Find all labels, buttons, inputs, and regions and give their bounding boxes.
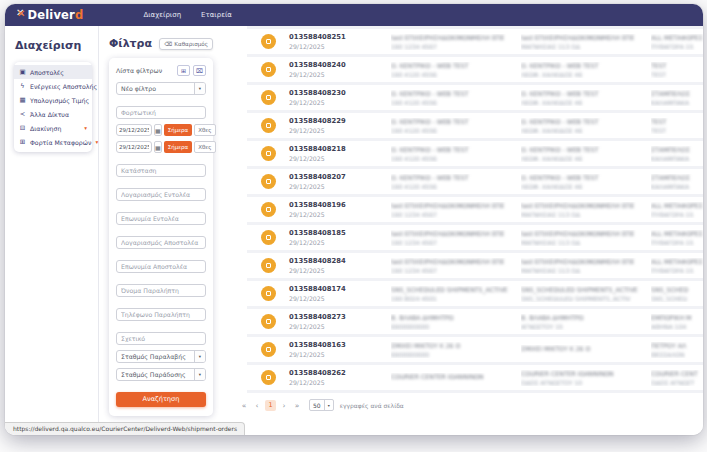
station-name-redacted: TEST	[651, 118, 703, 125]
shipment-row[interactable]: 013588408240 29/12/2025 Ο. ΚΕΝΤΡΙΚΟ - WE…	[247, 57, 703, 85]
sidebar-menu-item[interactable]: ▣ Αποστολές	[14, 65, 92, 79]
filter-text-input[interactable]	[116, 212, 206, 225]
package-icon	[266, 375, 271, 380]
shipment-row[interactable]: 013588408229 29/12/2025 Ο. ΚΕΝΤΡΙΚΟ - WE…	[247, 113, 703, 141]
recipient-cell: test ΕΠΙΧΕΙΡΗΣΗΔΟΚΙΜΩΝΜΕΛΗ ΕΠΕ ΜΑΓΝΗΣΙΑΣ…	[521, 202, 651, 218]
shipment-id-cell: 013588408196 29/12/2025	[289, 201, 391, 218]
date-input[interactable]	[116, 141, 152, 153]
navbar-menu-item[interactable]: Εταιρεία	[201, 11, 232, 19]
sidebar-menu-item[interactable]: ⊟ Διακίνηση ▾	[14, 121, 92, 135]
status-badge-cell	[247, 314, 289, 329]
filter-text-input[interactable]	[116, 308, 206, 321]
filter-text-input[interactable]	[116, 332, 206, 345]
status-badge	[261, 146, 276, 161]
status-badge	[261, 174, 276, 189]
eraser-icon: ⌫	[164, 41, 172, 47]
sender-name-redacted: Β. ΒΛΑΒΑ ΔΗΜΗΤΡΩ	[391, 314, 521, 321]
sidebar-item-label: Αποστολές	[30, 69, 64, 76]
page-size-select[interactable]: 50 ▾	[309, 399, 334, 411]
package-icon	[266, 263, 271, 268]
sender-name-redacted: Ο. ΚΕΝΤΡΙΚΟ - WEB TEST	[391, 90, 521, 97]
next-page-button[interactable]: ›	[279, 401, 289, 410]
station-name-redacted: SNS_SCHED	[651, 286, 703, 293]
status-badge-cell	[247, 146, 289, 161]
sidebar-menu-item[interactable]: ≺ Άλλα Δίκτυα	[14, 107, 92, 121]
waybill-input[interactable]	[116, 106, 206, 119]
shipment-id-cell: 013588408185 29/12/2025	[289, 229, 391, 246]
search-button[interactable]: Αναζήτηση	[116, 392, 206, 407]
sender-name-redacted: Ο. ΚΕΝΤΡΙΚΟ - WEB TEST	[391, 62, 521, 69]
sidebar-menu-item[interactable]: ϟ Ενέργειες Αποστολής	[14, 79, 92, 93]
shipment-date: 29/12/2025	[289, 239, 391, 246]
shipment-row[interactable]: 013588408218 29/12/2025 Ο. ΚΕΝΤΡΙΚΟ - WE…	[247, 141, 703, 169]
station-name-redacted: ALL ΜΕΤΑΦΟΡΕΣ	[651, 258, 703, 265]
calendar-button[interactable]: ▦	[154, 124, 162, 136]
navbar-menu-item[interactable]: Διαχείριση	[143, 11, 181, 19]
sender-phone-redacted: 190 4120 4556	[391, 127, 521, 134]
today-button[interactable]: Σήμερα	[164, 141, 193, 153]
today-button[interactable]: Σήμερα	[164, 124, 193, 136]
recipient-name-redacted: Ο. ΚΕΝΤΡΙΚΟ - WEB TEST	[521, 90, 651, 97]
shipment-row[interactable]: 013588408196 29/12/2025 test ΕΠΙΧΕΙΡΗΣΗΔ…	[247, 197, 703, 225]
sender-cell: Ο. ΚΕΝΤΡΙΚΟ - WEB TEST 190 4120 4556	[391, 118, 521, 134]
shipment-id-cell: 013588408230 29/12/2025	[289, 89, 391, 106]
status-badge	[261, 370, 276, 385]
current-page-button[interactable]: 1	[265, 400, 276, 411]
save-filter-button[interactable]: ⊞	[177, 65, 190, 76]
calendar-button[interactable]: ▦	[154, 141, 162, 153]
yesterday-button[interactable]: Χθες	[194, 124, 215, 136]
station-city-redacted: TEST	[651, 71, 703, 78]
shipment-row[interactable]: 013588408185 29/12/2025 test ΕΠΙΧΕΙΡΗΣΗΔ…	[247, 225, 703, 253]
status-badge	[261, 286, 276, 301]
filter-text-input[interactable]	[116, 260, 206, 273]
recipient-address-redacted: ΜΑΓΝΗΣΙΑΣ 113 ΟΔ	[521, 239, 651, 246]
shipment-row[interactable]: 013588408284 29/12/2025 test ΕΠΙΧΕΙΡΗΣΗΔ…	[247, 253, 703, 281]
brand-logo[interactable]: ✕ Deliverd	[17, 8, 83, 22]
filter-text-input[interactable]	[116, 188, 206, 201]
filter-text-input[interactable]	[116, 284, 206, 297]
shipment-id-cell: 013588408284 29/12/2025	[289, 257, 391, 274]
shipment-date: 29/12/2025	[289, 323, 391, 330]
sidebar-item-label: Φορτία Μεταφορών	[30, 139, 91, 146]
sidebar-menu-item[interactable]: ⊞ Φορτία Μεταφορών ▾	[14, 135, 92, 149]
shipment-id: 013588408218	[289, 145, 391, 153]
sidebar-menu-item[interactable]: ▦ Υπολογισμός Τιμής	[14, 93, 92, 107]
sender-phone-redacted: 190 1234 4567	[391, 43, 521, 50]
status-badge	[261, 90, 276, 105]
station-select[interactable]: Σταθμός Παραλαβής ▾	[116, 350, 206, 363]
yesterday-button[interactable]: Χθες	[194, 141, 215, 153]
shipment-row[interactable]: 013588408174 29/12/2025 SNS_SCHEDULED SH…	[247, 281, 703, 309]
recipient-cell: Ο. ΚΕΝΤΡΙΚΟ - WEB TEST ΛΕΩΦ. ΧΑΛΚΙΔΟΣ 46	[521, 118, 651, 134]
recipient-cell: Β. ΒΛΑΒΑ ΔΗΜΗΤΡΩ ΑΓΝΩΣΤΟΥ 15	[521, 314, 651, 330]
shipment-row[interactable]: 013588408262 29/12/2025 COURIER CENTER Ι…	[247, 365, 703, 393]
shipment-row[interactable]: 013588408230 29/12/2025 Ο. ΚΕΝΤΡΙΚΟ - WE…	[247, 85, 703, 113]
chevron-down-icon: ▾	[194, 83, 205, 94]
station-select[interactable]: Σταθμός Παράδοσης ▾	[116, 368, 206, 381]
sidebar-item-label: Άλλα Δίκτυα	[30, 111, 69, 118]
status-badge-cell	[247, 370, 289, 385]
shipment-row[interactable]: 013588408207 29/12/2025 Ο. ΚΕΝΤΡΙΚΟ - WE…	[247, 169, 703, 197]
sidebar-title: Διαχείριση	[15, 39, 92, 52]
prev-page-button[interactable]: ‹	[252, 401, 262, 410]
shipment-row[interactable]: 013588408251 29/12/2025 test ΕΠΙΧΕΙΡΗΣΗΔ…	[247, 29, 703, 57]
recipient-name-redacted: COURIER CENTER ΙΩΑΝΝΙΝΩΝ	[521, 370, 651, 377]
package-icon	[266, 67, 271, 72]
delete-filter-button[interactable]: ⌧	[193, 65, 206, 76]
filter-preset-select[interactable]: Νέο φίλτρο ▾	[116, 82, 206, 95]
shipment-id-cell: 013588408218 29/12/2025	[289, 145, 391, 162]
sidebar-item-icon: ▦	[19, 96, 26, 104]
station-name-redacted: TEST	[651, 62, 703, 69]
filter-text-input[interactable]	[116, 236, 206, 249]
filter-text-input[interactable]	[116, 164, 206, 177]
clear-filters-button[interactable]: ⌫ Καθαρισμός	[159, 38, 213, 50]
recipient-cell: Ο. ΚΕΝΤΡΙΚΟ - WEB TEST ΛΕΩΦ. ΧΑΛΚΙΔΟΣ 46	[521, 62, 651, 78]
first-page-button[interactable]: «	[239, 401, 249, 410]
shipment-row[interactable]: 013588408163 29/12/2025 ΣΜΙΧΕΙ ΜΙΚΤΟΥ Κ …	[247, 337, 703, 365]
station-city-redacted: TEST	[651, 127, 703, 134]
date-input[interactable]	[116, 124, 152, 136]
sender-phone-redacted: 190 4120 4556	[391, 99, 521, 106]
station-name-redacted: ΕΜΠΟΡΙΚΗ Μ	[651, 314, 703, 321]
shipment-row[interactable]: 013588408273 29/12/2025 Β. ΒΛΑΒΑ ΔΗΜΗΤΡΩ…	[247, 309, 703, 337]
station-city-redacted: ΠΥΘΑΓΟΡΑ 15	[651, 211, 703, 218]
last-page-button[interactable]: »	[292, 401, 302, 410]
